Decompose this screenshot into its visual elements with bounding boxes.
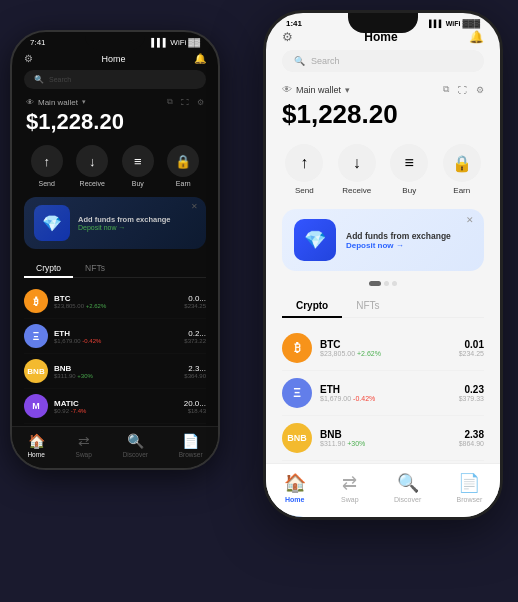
light-bnb-usd: $864.90 [459, 440, 484, 447]
dark-receive-btn[interactable]: ↓ Receive [76, 145, 108, 187]
dark-bnb-value: 2.3... $364.90 [184, 364, 206, 379]
light-nav-discover[interactable]: 🔍 Discover [394, 472, 421, 503]
dark-wallet-dropdown[interactable]: ▾ [82, 98, 86, 106]
dark-signal-icons: ▌▌▌ WiFi ▓▓ [151, 38, 200, 47]
light-coin-eth[interactable]: Ξ ETH $1,679.00 -0.42% 0.23 $379.33 [282, 371, 484, 416]
light-eth-value: 0.23 $379.33 [459, 384, 484, 402]
light-promo-close[interactable]: ✕ [466, 215, 474, 225]
dark-bnb-detail: $311.90 +30% [54, 373, 184, 379]
dark-bottom-nav: 🏠 Home ⇄ Swap 🔍 Discover 📄 Browser [12, 426, 218, 468]
light-bottom-nav: 🏠 Home ⇄ Swap 🔍 Discover 📄 Browser [266, 463, 500, 517]
dark-expand-icon[interactable]: ⛶ [181, 98, 189, 107]
dark-buy-icon: ≡ [122, 145, 154, 177]
dark-send-label: Send [39, 180, 55, 187]
dark-buy-btn[interactable]: ≡ Buy [122, 145, 154, 187]
light-promo-link[interactable]: Deposit now → [346, 241, 451, 250]
light-home-label: Home [285, 496, 304, 503]
light-buy-label: Buy [402, 186, 416, 195]
dark-promo-title: Add funds from exchange [78, 215, 171, 224]
dark-btc-amount: 0.0... [184, 294, 206, 303]
light-tab-crypto[interactable]: Crypto [282, 294, 342, 317]
light-btc-usd: $234.25 [459, 350, 484, 357]
light-dot-3 [392, 281, 397, 286]
dark-buy-label: Buy [132, 180, 144, 187]
light-buy-btn[interactable]: ≡ Buy [390, 144, 428, 195]
dark-browser-icon: 📄 [182, 433, 199, 449]
dark-earn-label: Earn [176, 180, 191, 187]
light-btc-detail: $23,805.00 +2.62% [320, 350, 459, 357]
light-receive-icon: ↓ [338, 144, 376, 182]
dark-page-title: Home [101, 54, 125, 64]
dark-matic-info: MATIC $0.92 -7.4% [54, 399, 184, 414]
light-send-btn[interactable]: ↑ Send [285, 144, 323, 195]
dark-copy-icon[interactable]: ⧉ [167, 97, 173, 107]
light-eth-detail: $1,679.00 -0.42% [320, 395, 459, 402]
light-bnb-name: BNB [320, 429, 459, 440]
light-promo-content: Add funds from exchange Deposit now → [346, 231, 451, 250]
light-coin-bnb[interactable]: BNB BNB $311.90 +30% 2.38 $864.90 [282, 416, 484, 461]
light-settings-icon[interactable]: ⚙ [282, 30, 293, 44]
dark-matic-usd: $18.43 [184, 408, 206, 414]
light-earn-icon: 🔒 [443, 144, 481, 182]
light-btc-info: BTC $23,805.00 +2.62% [320, 339, 459, 357]
light-nav-browser[interactable]: 📄 Browser [457, 472, 483, 503]
dark-coin-eth[interactable]: Ξ ETH $1,679.00 -0.42% 0.2... $373.22 [24, 319, 206, 354]
light-earn-btn[interactable]: 🔒 Earn [443, 144, 481, 195]
dark-eye-icon: 👁 [26, 98, 34, 107]
light-copy-icon[interactable]: ⧉ [443, 84, 449, 95]
light-usdc-amount: 22,330.98 [440, 519, 485, 520]
dark-battery: ▓▓ [188, 38, 200, 47]
light-receive-btn[interactable]: ↓ Receive [338, 144, 376, 195]
light-eth-name: ETH [320, 384, 459, 395]
light-expand-icon[interactable]: ⛶ [458, 85, 467, 95]
dark-eth-icon: Ξ [24, 324, 48, 348]
dark-promo-link[interactable]: Deposit now → [78, 224, 171, 231]
light-phone-notch [348, 13, 418, 33]
dark-nav-home[interactable]: 🏠 Home [27, 433, 44, 458]
dark-matic-value: 20.0... $18.43 [184, 399, 206, 414]
light-nav-swap[interactable]: ⇄ Swap [341, 472, 359, 503]
dark-wallet-section: 👁 Main wallet ▾ ⧉ ⛶ ⚙ $1,228.20 [24, 97, 206, 135]
dark-tab-nfts[interactable]: NFTs [73, 259, 117, 277]
dark-settings-wallet-icon[interactable]: ⚙ [197, 98, 204, 107]
dark-promo-close[interactable]: ✕ [191, 202, 198, 211]
light-promo-title: Add funds from exchange [346, 231, 451, 241]
dark-btc-info: BTC $23,805.00 +2.62% [54, 294, 184, 309]
dark-nav-swap[interactable]: ⇄ Swap [76, 433, 92, 458]
light-wallet-dropdown[interactable]: ▾ [345, 85, 350, 95]
light-receive-label: Receive [342, 186, 371, 195]
light-wallet-section: 👁 Main wallet ▾ ⧉ ⛶ ⚙ $1,228.20 [278, 84, 488, 130]
light-notification-icon[interactable]: 🔔 [469, 30, 484, 44]
dark-wallet-row: 👁 Main wallet ▾ ⧉ ⛶ ⚙ [26, 97, 204, 107]
dark-earn-btn[interactable]: 🔒 Earn [167, 145, 199, 187]
light-eth-amount: 0.23 [459, 384, 484, 395]
light-coin-btc[interactable]: ₿ BTC $23,805.00 +2.62% 0.01 $234.25 [282, 326, 484, 371]
dark-tab-crypto[interactable]: Crypto [24, 259, 73, 277]
dark-eth-usd: $373.22 [184, 338, 206, 344]
dark-notification-icon[interactable]: 🔔 [194, 53, 206, 64]
light-wallet-row: 👁 Main wallet ▾ ⧉ ⛶ ⚙ [282, 84, 484, 95]
dark-action-buttons: ↑ Send ↓ Receive ≡ Buy 🔒 Earn [24, 145, 206, 187]
dark-promo-banner: 💎 Add funds from exchange Deposit now → … [24, 197, 206, 249]
dark-settings-icon[interactable]: ⚙ [24, 53, 33, 64]
dark-btc-usd: $234.25 [184, 303, 206, 309]
dark-search-bar[interactable]: 🔍 Search [24, 70, 206, 89]
dark-coin-bnb[interactable]: BNB BNB $311.90 +30% 2.3... $364.90 [24, 354, 206, 389]
light-eth-info: ETH $1,679.00 -0.42% [320, 384, 459, 402]
light-usdc-name: USDC [320, 519, 440, 520]
dark-coin-matic[interactable]: M MATIC $0.92 -7.4% 20.0... $18.43 [24, 389, 206, 424]
light-nav-home[interactable]: 🏠 Home [284, 472, 306, 503]
light-bnb-amount: 2.38 [459, 429, 484, 440]
dark-send-btn[interactable]: ↑ Send [31, 145, 63, 187]
dark-nav-discover[interactable]: 🔍 Discover [123, 433, 148, 458]
light-bnb-info: BNB $311.90 +30% [320, 429, 459, 447]
light-buy-icon: ≡ [390, 144, 428, 182]
light-settings-wallet-icon[interactable]: ⚙ [476, 85, 484, 95]
dark-nav-browser[interactable]: 📄 Browser [179, 433, 203, 458]
dark-phone: 7:41 ▌▌▌ WiFi ▓▓ ⚙ Home 🔔 🔍 Search 👁 Mai… [10, 30, 220, 470]
light-tab-nfts[interactable]: NFTs [342, 294, 393, 317]
dark-matic-detail: $0.92 -7.4% [54, 408, 184, 414]
light-search-bar[interactable]: 🔍 Search [282, 50, 484, 72]
dark-btc-detail: $23,805.00 +2.62% [54, 303, 184, 309]
dark-coin-btc[interactable]: ₿ BTC $23,805.00 +2.62% 0.0... $234.25 [24, 284, 206, 319]
